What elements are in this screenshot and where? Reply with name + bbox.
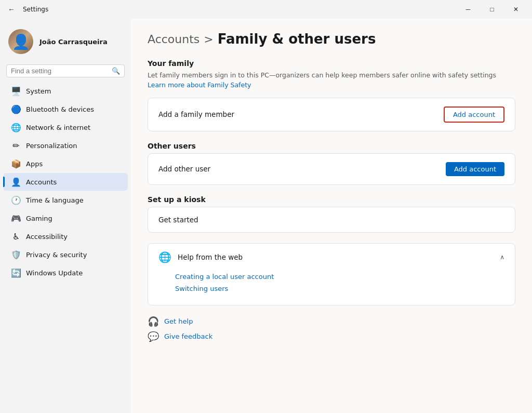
minimize-button[interactable]: ─	[456, 0, 480, 19]
get-started-label: Get started	[158, 216, 198, 224]
your-family-desc: Let family members sign in to this PC—or…	[148, 71, 515, 90]
kiosk-row: Get started	[148, 207, 515, 232]
accessibility-icon: ♿	[11, 232, 21, 241]
windows-update-icon: 🔄	[11, 268, 21, 277]
network-icon: 🌐	[11, 123, 21, 132]
add-family-account-button[interactable]: Add account	[444, 106, 504, 123]
system-icon: 🖥️	[11, 86, 21, 96]
family-safety-link[interactable]: Learn more about Family Safety	[148, 81, 251, 89]
content-area: Accounts > Family & other users Your fam…	[131, 19, 532, 413]
sidebar-item-network[interactable]: 🌐 Network & internet	[3, 118, 128, 136]
add-other-user-row: Add other user Add account	[148, 154, 515, 184]
search-box[interactable]: 🔍	[6, 64, 125, 77]
apps-icon: 📦	[11, 159, 21, 168]
avatar-image	[8, 29, 33, 54]
bluetooth-icon: 🔵	[11, 104, 21, 114]
add-other-account-button[interactable]: Add account	[446, 162, 504, 176]
get-help-row: 🎧 Get help	[148, 316, 515, 327]
search-input[interactable]	[11, 67, 109, 75]
user-name: João Carrasqueira	[39, 38, 108, 46]
sidebar-item-gaming[interactable]: 🎮 Gaming	[3, 209, 128, 227]
time-icon: 🕐	[11, 195, 21, 205]
sidebar-nav: 🖥️ System 🔵 Bluetooth & devices 🌐 Networ…	[0, 82, 131, 282]
breadcrumb-parent[interactable]: Accounts	[148, 33, 200, 46]
add-family-member-row: Add a family member Add account	[148, 98, 515, 131]
sidebar-item-bluetooth[interactable]: 🔵 Bluetooth & devices	[3, 100, 128, 118]
get-help-icon: 🎧	[148, 316, 159, 327]
chevron-up-icon: ∧	[500, 254, 504, 261]
breadcrumb: Accounts > Family & other users	[148, 31, 515, 47]
your-family-title: Your family	[148, 59, 515, 68]
back-button[interactable]: ←	[4, 2, 19, 17]
help-globe-icon: 🌐	[158, 251, 171, 263]
help-header-left: 🌐 Help from the web	[158, 251, 243, 263]
help-title: Help from the web	[178, 253, 243, 261]
your-family-section: Your family Let family members sign in t…	[148, 59, 515, 131]
titlebar-title: Settings	[23, 6, 48, 13]
sidebar-item-accessibility[interactable]: ♿ Accessibility	[3, 228, 128, 245]
personalization-icon: ✏️	[11, 141, 21, 150]
app-body: João Carrasqueira 🔍 🖥️ System 🔵 Bluetoot…	[0, 19, 532, 413]
breadcrumb-separator: >	[204, 33, 213, 46]
kiosk-card: Get started	[148, 207, 515, 233]
sidebar-item-personalization[interactable]: ✏️ Personalization	[3, 137, 128, 154]
sidebar-item-apps[interactable]: 📦 Apps	[3, 155, 128, 172]
breadcrumb-current: Family & other users	[218, 31, 376, 47]
give-feedback-link[interactable]: Give feedback	[164, 332, 212, 340]
help-links: Creating a local user account Switching …	[148, 271, 515, 305]
add-family-member-label: Add a family member	[158, 110, 234, 118]
add-family-member-card: Add a family member Add account	[148, 98, 515, 131]
bottom-links: 🎧 Get help 💬 Give feedback	[148, 316, 515, 342]
sidebar-item-time[interactable]: 🕐 Time & language	[3, 191, 128, 209]
kiosk-title: Set up a kiosk	[148, 195, 515, 204]
maximize-button[interactable]: □	[480, 0, 504, 19]
add-other-user-label: Add other user	[158, 165, 210, 173]
sidebar: João Carrasqueira 🔍 🖥️ System 🔵 Bluetoot…	[0, 19, 131, 413]
give-feedback-row: 💬 Give feedback	[148, 331, 515, 342]
help-card: 🌐 Help from the web ∧ Creating a local u…	[148, 243, 515, 305]
accounts-icon: 👤	[11, 177, 21, 186]
other-users-title: Other users	[148, 142, 515, 150]
add-other-user-card: Add other user Add account	[148, 153, 515, 185]
close-button[interactable]: ✕	[504, 0, 528, 19]
titlebar-controls: ─ □ ✕	[456, 0, 528, 19]
user-profile: João Carrasqueira	[0, 23, 131, 64]
titlebar: ← Settings ─ □ ✕	[0, 0, 532, 19]
help-header[interactable]: 🌐 Help from the web ∧	[148, 244, 515, 271]
get-help-link[interactable]: Get help	[164, 317, 193, 325]
sidebar-item-windows-update[interactable]: 🔄 Windows Update	[3, 264, 128, 282]
give-feedback-icon: 💬	[148, 331, 159, 342]
help-link-local-account[interactable]: Creating a local user account	[175, 273, 504, 281]
sidebar-item-privacy[interactable]: 🛡️ Privacy & security	[3, 246, 128, 263]
other-users-section: Other users Add other user Add account	[148, 142, 515, 185]
avatar	[8, 29, 33, 54]
titlebar-left: ← Settings	[4, 2, 48, 17]
kiosk-section: Set up a kiosk Get started	[148, 195, 515, 233]
sidebar-item-accounts[interactable]: 👤 Accounts	[3, 173, 128, 191]
help-link-switching-users[interactable]: Switching users	[175, 285, 504, 292]
privacy-icon: 🛡️	[11, 250, 21, 259]
gaming-icon: 🎮	[11, 214, 21, 223]
sidebar-item-system[interactable]: 🖥️ System	[3, 82, 128, 100]
search-icon: 🔍	[112, 67, 120, 75]
